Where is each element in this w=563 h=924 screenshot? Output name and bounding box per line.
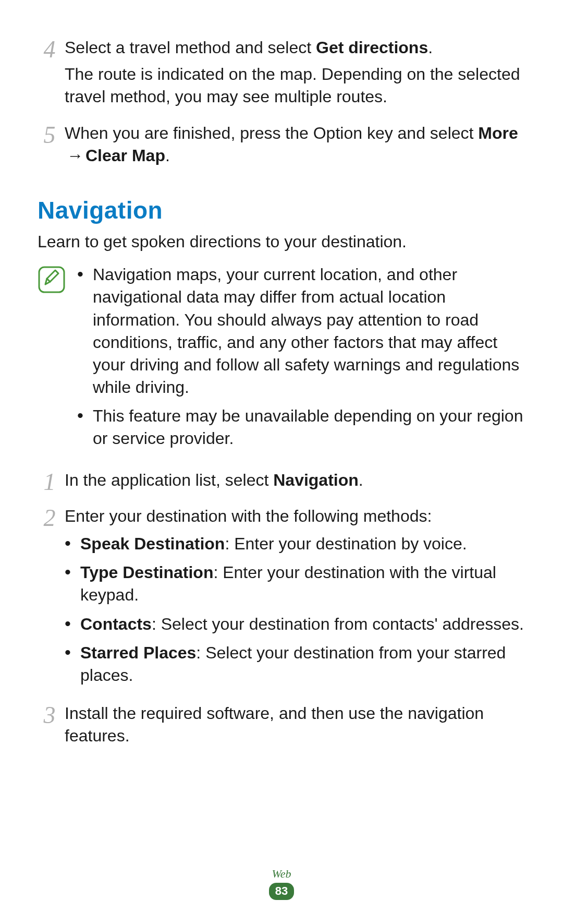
note-bullet-list: Navigation maps, your current location, … xyxy=(77,263,525,450)
sub-bullet-list: Speak Destination: Enter your destinatio… xyxy=(65,533,525,687)
step-line: When you are finished, press the Option … xyxy=(65,122,525,167)
step-item: 1In the application list, select Navigat… xyxy=(38,469,525,496)
step-line: In the application list, select Navigati… xyxy=(65,469,525,491)
section-intro: Learn to get spoken directions to your d… xyxy=(38,231,525,253)
step-item: 2Enter your destination with the followi… xyxy=(38,505,525,693)
footer-section-label: Web xyxy=(0,867,563,881)
top-steps-list: 4Select a travel method and select Get d… xyxy=(38,37,525,171)
step-number: 1 xyxy=(38,469,62,494)
step-line: Install the required software, and then … xyxy=(65,702,525,747)
step-number: 2 xyxy=(38,505,62,530)
nav-steps-list: 1In the application list, select Navigat… xyxy=(38,469,525,752)
note-bullet-item: Navigation maps, your current location, … xyxy=(77,263,525,399)
section-heading: Navigation xyxy=(38,196,525,224)
note-body: Navigation maps, your current location, … xyxy=(77,263,525,457)
step-number: 4 xyxy=(38,37,62,62)
step-body: When you are finished, press the Option … xyxy=(62,122,525,171)
step-body: In the application list, select Navigati… xyxy=(62,469,525,496)
step-line: Select a travel method and select Get di… xyxy=(65,37,525,59)
note-icon xyxy=(38,266,66,294)
sub-bullet-item: Contacts: Select your destination from c… xyxy=(65,613,525,635)
page-footer: Web 83 xyxy=(0,867,563,900)
sub-bullet-item: Speak Destination: Enter your destinatio… xyxy=(65,533,525,555)
note-bullet-item: This feature may be unavailable dependin… xyxy=(77,405,525,450)
step-body: Select a travel method and select Get di… xyxy=(62,37,525,113)
step-body: Install the required software, and then … xyxy=(62,702,525,751)
footer-page-number: 83 xyxy=(269,883,294,900)
step-body: Enter your destination with the followin… xyxy=(62,505,525,693)
step-number: 3 xyxy=(38,702,62,727)
step-line: Enter your destination with the followin… xyxy=(65,505,525,527)
manual-page: 4Select a travel method and select Get d… xyxy=(0,0,563,924)
sub-bullet-item: Type Destination: Enter your destination… xyxy=(65,561,525,606)
step-item: 5When you are finished, press the Option… xyxy=(38,122,525,171)
sub-bullet-item: Starred Places: Select your destination … xyxy=(65,642,525,687)
step-line: The route is indicated on the map. Depen… xyxy=(65,63,525,108)
step-number: 5 xyxy=(38,122,62,147)
step-item: 3Install the required software, and then… xyxy=(38,702,525,751)
note-box: Navigation maps, your current location, … xyxy=(38,263,525,457)
step-item: 4Select a travel method and select Get d… xyxy=(38,37,525,113)
